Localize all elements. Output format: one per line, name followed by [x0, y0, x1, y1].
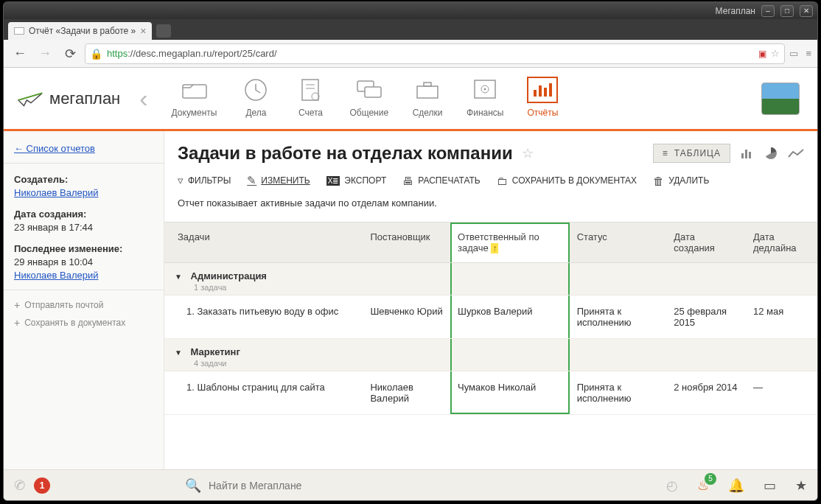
- send-mail-action[interactable]: +Отправлять почтой: [14, 299, 153, 311]
- briefcase-icon: [412, 77, 443, 103]
- module-reports[interactable]: Отчёты: [527, 77, 558, 121]
- creator-label: Создатель:: [14, 174, 153, 185]
- star-icon[interactable]: ★: [795, 477, 807, 494]
- print-button[interactable]: 🖶РАСПЕЧАТАТЬ: [402, 175, 481, 187]
- created-label: Дата создания:: [14, 209, 153, 220]
- view-bar-icon[interactable]: [741, 147, 754, 159]
- svg-rect-16: [549, 83, 552, 97]
- fire-icon[interactable]: ♨5: [697, 477, 709, 494]
- svg-rect-8: [417, 86, 438, 98]
- window-close-button[interactable]: ✕: [800, 5, 813, 17]
- svg-rect-15: [544, 88, 547, 97]
- browser-tab[interactable]: Отчёт «Задачи в работе » ×: [8, 22, 152, 40]
- search-icon: 🔍: [185, 477, 201, 494]
- module-finance[interactable]: Финансы: [467, 77, 503, 121]
- phone-icon[interactable]: ✆: [13, 476, 27, 494]
- group-header[interactable]: ▼ Маркетинг 4 задачи: [164, 339, 817, 371]
- col-created[interactable]: Дата создания: [666, 223, 746, 263]
- modified-label: Последнее изменение:: [14, 243, 153, 254]
- filters-button[interactable]: ▿ФИЛЬТРЫ: [178, 174, 231, 187]
- save-docs-action[interactable]: +Сохранять в документах: [14, 317, 153, 329]
- page-title: Задачи в работе на отделах компании: [178, 143, 513, 164]
- module-nav: Документы Дела Счета Общение Сделки: [172, 77, 559, 121]
- plus-icon: +: [14, 299, 20, 311]
- creator-link[interactable]: Николаев Валерий: [14, 187, 98, 198]
- address-bar[interactable]: 🔒 https://desc.megaplan.ru/report/25/car…: [85, 43, 785, 64]
- view-pie-icon[interactable]: [764, 147, 778, 160]
- funnel-icon: ▿: [178, 174, 184, 187]
- window-minimize-button[interactable]: –: [761, 5, 775, 17]
- svg-rect-19: [749, 152, 751, 158]
- menu-icon[interactable]: ≡: [806, 48, 811, 59]
- excel-icon: X≣: [326, 176, 340, 186]
- favicon-icon: [14, 27, 24, 35]
- timer-icon[interactable]: ◴: [666, 477, 678, 494]
- nav-back-button[interactable]: ←: [10, 43, 30, 64]
- global-search[interactable]: 🔍: [185, 477, 656, 494]
- module-invoices[interactable]: Счета: [295, 77, 326, 121]
- folder-save-icon: 🗀: [497, 175, 508, 187]
- reload-button[interactable]: ⟳: [60, 43, 80, 64]
- module-deals[interactable]: Сделки: [412, 77, 443, 121]
- col-deadline[interactable]: Дата дедлайна: [746, 223, 817, 263]
- chat-icon: [354, 77, 385, 103]
- save-to-docs-button[interactable]: 🗀СОХРАНИТЬ В ДОКУМЕНТАХ: [497, 175, 637, 187]
- collapse-nav-button[interactable]: ‹: [133, 84, 153, 113]
- sidebar: ← Список отчетов Создатель: Николаев Вал…: [4, 131, 164, 469]
- window-maximize-button[interactable]: □: [780, 5, 794, 17]
- edit-button[interactable]: ✎ИЗМЕНИТЬ: [247, 174, 310, 187]
- report-description: Отчет показывает активные задачи по отде…: [178, 197, 804, 209]
- calls-badge[interactable]: 1: [34, 477, 50, 494]
- extension-icon[interactable]: ▭: [789, 48, 798, 59]
- browser-toolbar: ← → ⟳ 🔒 https://desc.megaplan.ru/report/…: [4, 40, 817, 68]
- chart-icon: [527, 77, 558, 103]
- svg-rect-7: [365, 87, 381, 97]
- broken-image-icon[interactable]: ▣: [758, 49, 766, 59]
- module-todos[interactable]: Дела: [240, 77, 271, 121]
- invoice-icon: [295, 77, 326, 103]
- modified-by-link[interactable]: Николаев Валерий: [14, 270, 98, 281]
- delete-button[interactable]: 🗑УДАЛИТЬ: [653, 175, 709, 187]
- app-topnav: мегаплан ‹ Документы Дела Счета О: [4, 68, 817, 131]
- bell-icon[interactable]: 🔔: [728, 477, 744, 494]
- url-path: /report/25/card/: [212, 48, 276, 59]
- col-assigner[interactable]: Постановщик: [363, 223, 450, 263]
- report-main: Задачи в работе на отделах компании ☆ ≡ …: [164, 131, 817, 469]
- app-root: мегаплан ‹ Документы Дела Счета О: [4, 68, 817, 500]
- module-chat[interactable]: Общение: [349, 77, 388, 121]
- group-header[interactable]: ▼ Администрация 1 задача: [164, 263, 817, 295]
- user-avatar[interactable]: [761, 83, 800, 115]
- app-body: ← Список отчетов Создатель: Николаев Вал…: [4, 131, 817, 469]
- col-responsible[interactable]: Ответственный по задаче ↑: [450, 223, 570, 263]
- close-icon[interactable]: ×: [140, 25, 146, 37]
- view-line-icon[interactable]: [788, 148, 804, 158]
- search-input[interactable]: [207, 479, 656, 492]
- col-task[interactable]: Задачи: [164, 223, 363, 263]
- modified-value: 29 января в 10:04: [14, 256, 153, 267]
- message-icon[interactable]: ▭: [764, 477, 776, 494]
- url-host: ://desc.megaplan.ru: [127, 48, 212, 59]
- created-value: 23 января в 17:44: [14, 222, 153, 233]
- col-status[interactable]: Статус: [570, 223, 666, 263]
- new-tab-button[interactable]: [156, 24, 171, 38]
- trash-icon: 🗑: [653, 175, 664, 187]
- module-documents[interactable]: Документы: [172, 77, 217, 121]
- app-logo[interactable]: мегаплан: [17, 89, 120, 108]
- report-table: Задачи Постановщик Ответственный по зада…: [164, 222, 817, 415]
- pencil-icon: ✎: [247, 174, 256, 187]
- back-to-list-link[interactable]: ← Список отчетов: [14, 143, 95, 154]
- clock-icon: [240, 77, 271, 103]
- bookmark-star-icon[interactable]: ☆: [771, 48, 780, 59]
- svg-rect-0: [183, 85, 206, 98]
- export-button[interactable]: X≣ЭКСПОРТ: [326, 175, 387, 186]
- view-table-button[interactable]: ≡ ТАБЛИЦА: [653, 144, 730, 163]
- printer-icon: 🖶: [402, 175, 413, 187]
- favorite-star-icon[interactable]: ☆: [522, 145, 534, 161]
- sort-asc-icon: ↑: [491, 243, 498, 253]
- nav-forward-button[interactable]: →: [35, 43, 55, 64]
- bottom-bar: ✆ 1 🔍 ◴ ♨5 🔔 ▭ ★: [4, 469, 817, 500]
- table-row[interactable]: 1. Заказать питьевую воду в офис Шевченк…: [164, 295, 817, 339]
- tab-strip: Отчёт «Задачи в работе » ×: [4, 19, 817, 40]
- caret-down-icon: ▼: [175, 349, 182, 357]
- table-row[interactable]: 1. Шаблоны страниц для сайта Николаев Ва…: [164, 371, 817, 415]
